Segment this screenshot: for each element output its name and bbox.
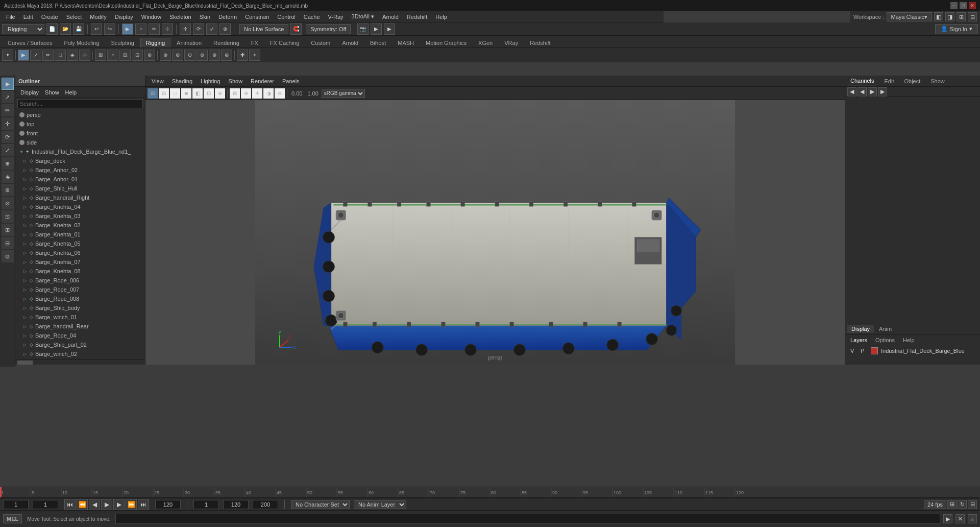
list-item[interactable]: ▷ ◇ Barge_deck <box>15 156 145 165</box>
go-to-start[interactable]: ⏮ <box>64 499 76 510</box>
tab-fx[interactable]: FX <box>246 38 264 47</box>
fps-extra[interactable]: ⊟ <box>968 500 977 509</box>
list-item[interactable]: ▷ ◇ Barge_Knehta_06 <box>15 248 145 257</box>
vp-xray[interactable]: ⊛ <box>215 88 225 99</box>
outliner-search-input[interactable] <box>17 99 143 108</box>
da-tab-anim[interactable]: Anim <box>875 325 896 333</box>
t2-subdiv[interactable]: ⊕ <box>144 50 155 61</box>
da-sub-help[interactable]: Help <box>901 337 917 344</box>
prev-frame[interactable]: ◀ <box>89 499 100 510</box>
t2-connect[interactable]: ⌖ <box>249 50 260 61</box>
tool-extra[interactable]: ⊚ <box>2 250 14 262</box>
t2-plane[interactable]: ⊡ <box>132 50 143 61</box>
menu-skeleton[interactable]: Skeleton <box>165 11 195 22</box>
ch-fwd2[interactable]: ▶ <box>878 87 887 97</box>
go-to-end[interactable]: ⏭ <box>138 499 149 510</box>
list-item[interactable]: ▷ ◇ Barge_Knehta_07 <box>15 257 145 267</box>
layer-v[interactable]: V <box>850 348 857 354</box>
list-item[interactable]: ▷ ◇ Barge_Rope_006 <box>15 276 145 285</box>
tool-rotate[interactable]: ⟳ <box>2 131 14 143</box>
toolbar-ipr[interactable]: ▶ <box>384 23 395 35</box>
range-start-input[interactable] <box>193 500 219 509</box>
step-back[interactable]: ⏪ <box>77 499 88 510</box>
tool-rivet[interactable]: ⊘ <box>2 197 14 209</box>
channels-tab-show[interactable]: Show <box>928 77 947 85</box>
vp-iso[interactable]: ⊟ <box>159 88 169 99</box>
ch-back[interactable]: ◀ <box>847 87 856 97</box>
viewport-3d[interactable]: x y z persp <box>145 100 845 365</box>
outliner-item-top[interactable]: top <box>15 119 145 129</box>
channels-tab-edit[interactable]: Edit <box>882 77 896 85</box>
tab-rigging[interactable]: Rigging <box>140 38 170 47</box>
tab-fx-caching[interactable]: FX Caching <box>264 38 305 47</box>
t2-select[interactable]: ▶ <box>18 50 29 61</box>
outliner-menu-help[interactable]: Help <box>62 88 80 97</box>
symmetry-off[interactable]: Symmetry: Off <box>306 24 351 34</box>
vp-shading2[interactable]: ■ <box>181 88 191 99</box>
t2-soft-sel[interactable]: ◈ <box>67 50 78 61</box>
list-item[interactable]: ▷ ◇ Barge_Knehta_02 <box>15 221 145 230</box>
toolbar-redo[interactable]: ↪ <box>104 23 115 35</box>
toolbar-new[interactable]: 📄 <box>46 23 58 35</box>
tool-param[interactable]: ⊟ <box>2 237 14 249</box>
list-item[interactable]: ▷ ◇ Barge_Anhor_01 <box>15 175 145 184</box>
tab-redshift[interactable]: Redshift <box>524 38 556 47</box>
tab-animation[interactable]: Animation <box>171 38 207 47</box>
menu-create[interactable]: Create <box>37 11 62 22</box>
vp-persp[interactable]: ⊞ <box>148 88 158 99</box>
menu-file[interactable]: File <box>2 11 19 22</box>
mel-run[interactable]: ▶ <box>943 514 952 523</box>
vp-menu-show[interactable]: Show <box>225 77 247 85</box>
outliner-item-barge-group[interactable]: ▼ ✦ Industrial_Flat_Deck_Barge_Blue_nd1_ <box>15 147 145 156</box>
no-live-surface[interactable]: No Live Surface <box>239 24 288 34</box>
anim-layer-dropdown[interactable]: No Anim Layer <box>354 500 406 509</box>
tool-soft-mod[interactable]: ◈ <box>2 171 14 183</box>
tool-joint[interactable]: ⊗ <box>2 184 14 196</box>
t2-cyl[interactable]: ⊟ <box>119 50 131 61</box>
toolbar-save[interactable]: 💾 <box>73 23 84 35</box>
outliner-menu-display[interactable]: Display <box>17 88 42 97</box>
t2-icon-1[interactable]: ✦ <box>2 50 13 61</box>
t2-wrap[interactable]: ⊜ <box>221 50 232 61</box>
next-frame[interactable]: ▶ <box>113 499 125 510</box>
mode-dropdown[interactable]: Rigging Animation Modeling <box>2 24 44 34</box>
channels-tab-channels[interactable]: Channels <box>848 77 876 85</box>
minimize-button[interactable]: – <box>950 2 958 9</box>
vp-menu-renderer[interactable]: Renderer <box>247 77 278 85</box>
vp-motion-blur[interactable]: ≋ <box>275 88 285 99</box>
layer-p[interactable]: P <box>861 348 868 354</box>
menu-vray[interactable]: V-Ray <box>324 11 348 22</box>
workspace-icon-3[interactable]: ⊞ <box>957 12 966 21</box>
toolbar-paint[interactable]: ✏ <box>149 23 160 35</box>
workspace-icon-1[interactable]: ◧ <box>934 12 943 21</box>
menu-window[interactable]: Window <box>137 11 165 22</box>
toolbar-select[interactable]: ▶ <box>122 23 133 35</box>
tool-select[interactable]: ▶ <box>2 78 14 90</box>
tab-arnold[interactable]: Arnold <box>336 38 364 47</box>
outliner-hscroll[interactable] <box>15 360 145 365</box>
t2-move-tool[interactable]: ⊹ <box>79 50 90 61</box>
vp-menu-panels[interactable]: Panels <box>278 77 304 85</box>
sub-frame-input[interactable] <box>33 500 58 509</box>
workspace-icon-4[interactable]: ⊟ <box>968 12 977 21</box>
list-item[interactable]: ▷ ◇ Barge_Knehta_03 <box>15 211 145 221</box>
magnet-icon[interactable]: 🧲 <box>290 23 302 35</box>
workspace-icon-2[interactable]: ◨ <box>945 12 954 21</box>
list-item[interactable]: ▷ ◇ Barge_Ship_body <box>15 303 145 313</box>
toolbar-rotate[interactable]: ⟳ <box>193 23 204 35</box>
tool-show-manip[interactable]: ⊞ <box>2 224 14 236</box>
tool-scale[interactable]: ⤢ <box>2 144 14 156</box>
t2-paint-sel[interactable]: ✏ <box>42 50 54 61</box>
list-item[interactable]: ▷ ◇ Barge_Knehta_08 <box>15 267 145 276</box>
t2-sphere[interactable]: ○ <box>107 50 118 61</box>
t2-ik-spring[interactable]: ⊙ <box>184 50 195 61</box>
step-fwd[interactable]: ⏩ <box>126 499 137 510</box>
menu-display[interactable]: Display <box>111 11 137 22</box>
vp-grid[interactable]: ⊞ <box>230 88 240 99</box>
list-item[interactable]: ▷ ◇ Barge_Knehta_04 <box>15 202 145 211</box>
fps-refresh[interactable]: ↻ <box>958 500 967 509</box>
menu-redshift[interactable]: Redshift <box>403 11 431 22</box>
tab-motion-graphics[interactable]: Motion Graphics <box>420 38 472 47</box>
list-item[interactable]: ▷ ◇ Barge_Rope_008 <box>15 294 145 303</box>
total-end-input[interactable] <box>253 500 278 509</box>
